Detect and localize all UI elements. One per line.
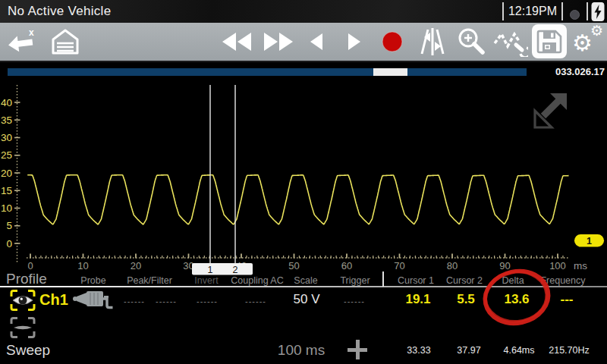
ch1-cursor1-value: 19.1 xyxy=(405,292,430,307)
sweep-label: Sweep xyxy=(6,342,50,359)
column-header-cursor-1: Cursor 1 xyxy=(398,275,434,286)
header-underline xyxy=(0,286,607,287)
column-header-cursor-2: Cursor 2 xyxy=(446,275,483,286)
probe-icon[interactable] xyxy=(71,288,115,315)
ch1-trigger-value[interactable]: ------ xyxy=(344,297,365,306)
sweep-delta-value: 4.64ms xyxy=(504,345,535,356)
column-header-invert: Invert xyxy=(194,275,218,286)
sweep-cursor1-value: 33.33 xyxy=(407,345,430,356)
header-divider xyxy=(382,271,384,287)
measurement-table: Profile Ch1 xyxy=(0,0,607,364)
channel2-visibility-button[interactable] xyxy=(10,316,36,339)
channel1-visibility-button[interactable] xyxy=(10,289,36,312)
ch1-invert-value[interactable]: ------ xyxy=(197,297,218,306)
ch1-scale-value[interactable]: 50 V xyxy=(294,292,320,307)
channel1-label[interactable]: Ch1 xyxy=(39,291,68,309)
profile-label: Profile xyxy=(6,271,47,287)
scan-tool-screen: No Active Vehicle 12:19PM x xyxy=(0,0,607,364)
plus-icon xyxy=(356,340,360,359)
sweep-cursor2-value: 37.97 xyxy=(457,345,480,356)
column-header-delta: Delta xyxy=(502,275,524,286)
ch1-cursor2-value: 5.5 xyxy=(457,292,475,307)
sweep-increase-button[interactable] xyxy=(348,340,367,359)
ch1-frequency-value: --- xyxy=(561,292,574,307)
sweep-value[interactable]: 100 ms xyxy=(278,342,325,359)
ch1-peak-value[interactable]: ------ xyxy=(124,297,145,306)
eye-open-icon xyxy=(10,289,36,312)
sweep-frequency-value: 215.70Hz xyxy=(549,345,590,356)
column-header-probe: Probe xyxy=(80,275,105,286)
ch1-delta-value: 13.6 xyxy=(504,292,529,307)
column-header-trigger: Trigger xyxy=(340,275,370,286)
column-header-frequency: Frequency xyxy=(540,275,585,286)
eye-closed-icon xyxy=(10,316,36,339)
column-header-scale: Scale xyxy=(294,275,317,286)
ch1-filter-value[interactable]: ------ xyxy=(156,297,177,306)
column-header-peak-filter: Peak/Filter xyxy=(127,275,172,286)
column-header-coupling-ac: Coupling AC xyxy=(231,275,284,286)
ch1-coupling-value[interactable]: ------ xyxy=(245,297,266,306)
